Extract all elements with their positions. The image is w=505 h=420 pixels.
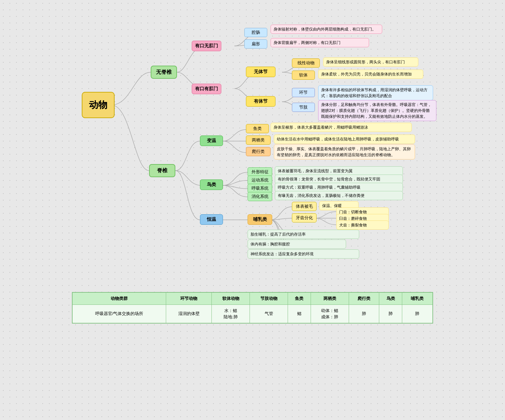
th-niao: 鸟类 bbox=[379, 292, 402, 304]
table-header-row: 动物类群 环节动物 软体动物 节肢动物 鱼类 两栖类 爬行类 鸟类 哺乳类 bbox=[72, 292, 433, 304]
node-yachifen: 牙齿分化 bbox=[292, 213, 317, 222]
node-waixingtezhi: 外形特征 bbox=[248, 167, 272, 177]
node-wutijie: 无体节 bbox=[246, 67, 275, 77]
node-buleilei: 哺乳类 bbox=[248, 214, 272, 225]
td-huxi-paxing: 肺 bbox=[349, 304, 379, 323]
node-yundonxitong: 运动系统 bbox=[248, 176, 272, 185]
th-ruanti: 软体动物 bbox=[212, 292, 250, 304]
desc-bianxing: 身体背腹扁平，两侧对称，有口无肛门 bbox=[271, 38, 369, 47]
node-wujizhu: 无脊椎 bbox=[151, 66, 177, 79]
desc-huxixitong: 呼吸方式：双重呼吸，用肺呼吸，气囊辅助呼吸 bbox=[275, 183, 403, 192]
th-liangqi: 两栖类 bbox=[311, 292, 349, 304]
desc-xiaohuxitong: 有喙无齿，消化系统发达，直肠极短，不储存粪便 bbox=[275, 191, 403, 200]
desc-yulei: 身体呈梭形，体表大多覆盖着鳞片，用鳃呼吸用鳍游泳 bbox=[271, 123, 412, 132]
node-xianxing: 线性动物 bbox=[292, 58, 320, 68]
node-paxinglei: 爬行类 bbox=[246, 147, 271, 156]
th-buru: 哺乳类 bbox=[402, 292, 433, 304]
root-node: 动物 bbox=[82, 92, 115, 118]
node-youtijie: 有体节 bbox=[246, 96, 275, 107]
th-dongwuleiqun: 动物类群 bbox=[72, 292, 166, 304]
desc-yundongxitong: 有的骨很薄：龙骨突，长骨中空，短骨愈合，既轻便又牢固 bbox=[275, 175, 403, 184]
desc-ruanti: 身体柔软，外壳为贝壳，贝壳会随身体的生长而增加 bbox=[318, 70, 423, 79]
th-jiezhi: 节肢动物 bbox=[250, 292, 288, 304]
th-paxing: 爬行类 bbox=[349, 292, 379, 304]
desc-liangqilei: 幼体生活在水中用鳃呼吸，成体生活在陆地上用肺呼吸，皮肤辅助呼吸 bbox=[274, 135, 415, 144]
td-huxi-liangqi: 幼体：鳃成体：肺 bbox=[311, 304, 349, 323]
desc-quanzhi: 犬齿：撕裂食物 bbox=[336, 220, 389, 230]
desc-paxinglei: 皮肤干燥、厚实、体表覆盖着角质的鳞片或甲，月肺呼吸，陆地上产卵、其卵有坚韧的卵壳… bbox=[274, 144, 415, 159]
desc-taisheng: 胎生哺乳：提高了后代的存活率 bbox=[248, 230, 359, 239]
node-huanjie: 环节 bbox=[292, 88, 315, 97]
node-tibiaobemao: 体表被毛 bbox=[292, 202, 317, 211]
desc-shenjing: 神经系统发达：适应复杂多变的环境 bbox=[248, 249, 359, 259]
bottom-table-wrap: 动物类群 环节动物 软体动物 节肢动物 鱼类 两栖类 爬行类 鸟类 哺乳类 呼吸… bbox=[72, 292, 433, 324]
animal-table: 动物类群 环节动物 软体动物 节肢动物 鱼类 两栖类 爬行类 鸟类 哺乳类 呼吸… bbox=[72, 292, 433, 324]
th-huanjie: 环节动物 bbox=[166, 292, 212, 304]
node-youkouwugang: 有口无肛门 bbox=[192, 41, 221, 51]
td-huxi-huanjie: 湿润的体壁 bbox=[166, 304, 212, 323]
node-bianwen: 变温 bbox=[200, 136, 223, 146]
node-jizhu: 脊椎 bbox=[149, 164, 175, 177]
node-jiezhi: 节肢 bbox=[292, 103, 315, 112]
td-huxi-buru: 肺 bbox=[402, 304, 433, 323]
node-bianxing: 扁形 bbox=[244, 39, 267, 49]
node-yulei: 鱼类 bbox=[246, 124, 269, 133]
td-huxi-yu: 鳃 bbox=[288, 304, 311, 323]
th-yulei: 鱼类 bbox=[288, 292, 311, 304]
desc-xianxing: 身体呈细线形或圆筒形，两头尖，有口有肛门 bbox=[323, 57, 418, 67]
desc-qiangchang: 身体辐射对称，体壁仅由内外两层细胞构成，有口无肛门。 bbox=[271, 25, 382, 34]
td-huxi-ruanti: 水：鳃陆地:肺 bbox=[212, 304, 250, 323]
desc-waixingtezhi: 体表被覆羽毛，身体呈流线型，前置变为翼 bbox=[275, 166, 403, 176]
desc-tinei: 体内有膈：胸腔和腹腔 bbox=[248, 240, 346, 249]
node-liangqilei: 两栖类 bbox=[246, 136, 271, 145]
td-huxi-label: 呼吸器官/气体交换的场所 bbox=[72, 304, 166, 323]
table-row: 呼吸器官/气体交换的场所 湿润的体壁 水：鳃陆地:肺 气管 鳃 幼体：鳃成体：肺… bbox=[72, 304, 433, 323]
td-huxi-niao: 肺 bbox=[379, 304, 402, 323]
node-ruanti: 软体 bbox=[292, 71, 315, 80]
desc-huanjie: 身体有许多相似的环状体节构成，用湿润的体壁呼吸，运动方式：靠肌肉的收缩和舒张以及… bbox=[318, 85, 433, 100]
node-hengwen: 恒温 bbox=[200, 214, 223, 225]
node-huxixitong: 呼吸系统 bbox=[248, 184, 272, 193]
node-niaolei: 鸟类 bbox=[200, 179, 223, 190]
node-qiangchang: 腔肠 bbox=[244, 28, 267, 37]
td-huxi-jiezhi: 气管 bbox=[250, 304, 288, 323]
node-youkouyougang: 有口有肛门 bbox=[192, 84, 221, 94]
desc-jiezhi: 身体分部，足和触角均分节，体表有外骨骼。呼吸器官：气管，翅膀2对：膜质化翅（飞行… bbox=[318, 100, 436, 121]
node-xiaohuxitong: 消化系统 bbox=[248, 192, 272, 201]
